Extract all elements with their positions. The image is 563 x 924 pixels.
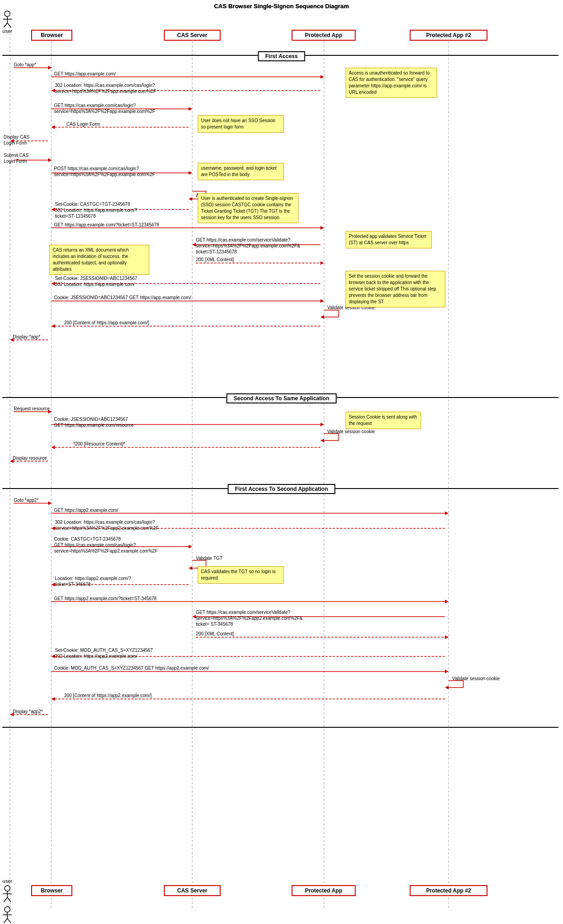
- svg-marker-29: [320, 226, 324, 230]
- svg-marker-49: [51, 446, 55, 449]
- section-second-access: Second Access To Same Application: [227, 393, 337, 403]
- svg-marker-40: [51, 324, 55, 328]
- note-sso-created: User is authenticated so create Single-s…: [198, 193, 298, 223]
- msg-302-redirect: 302 Location: https://cas.example.com/ca…: [55, 82, 156, 94]
- msg-submit-cas: Submit CASLogin Form: [4, 152, 28, 164]
- svg-marker-47: [320, 439, 324, 442]
- msg-goto-app2: Goto *app2*: [14, 498, 39, 503]
- msg-200-xml-app2: 200 [XML Content]: [196, 631, 234, 636]
- app2-box-bottom: Protected App #2: [410, 885, 487, 896]
- svg-marker-68: [445, 635, 449, 639]
- svg-line-87: [7, 897, 11, 902]
- msg-get-app2-ticket: GET https://app2.example.com/?ticket=ST-…: [54, 596, 157, 601]
- svg-marker-75: [51, 697, 55, 701]
- user-actor-bottom: user: [2, 878, 13, 903]
- section-first-access: First Access: [258, 51, 305, 61]
- svg-marker-60: [189, 566, 192, 570]
- svg-line-91: [4, 919, 7, 923]
- note-xml-response: CAS returns an XML document which includ…: [49, 245, 149, 275]
- page-title: CAS Browser Single-Signon Sequence Diagr…: [0, 3, 563, 10]
- note-session-cookie-sent: Session Cookie is sent along with the re…: [346, 412, 421, 429]
- msg-set-cookie-castgc: Set-Cookie: CASTGC=TGT-2345678302 Locati…: [55, 201, 137, 219]
- msg-get-app2: GET https://app2.example.com/: [54, 508, 118, 513]
- msg-display-app: Display *app*: [13, 334, 40, 339]
- msg-get-ticket: GET https://app.example.com/?ticket=ST-1…: [54, 222, 159, 227]
- svg-marker-64: [445, 600, 449, 603]
- browser-box-bottom: Browser: [31, 885, 72, 896]
- svg-point-83: [5, 886, 10, 891]
- user-figure-bottom: [2, 906, 13, 924]
- msg-validate-tgt: Validate TGT: [196, 556, 222, 561]
- svg-line-86: [4, 897, 7, 902]
- svg-marker-25: [189, 197, 192, 201]
- svg-marker-35: [51, 282, 55, 285]
- svg-marker-66: [192, 615, 196, 618]
- svg-marker-14: [51, 89, 55, 92]
- svg-marker-70: [51, 655, 55, 658]
- msg-location-app2: Location: https://app2.example.com/?tick…: [55, 575, 131, 587]
- msg-validate-session-2: Validate session cookie: [327, 429, 375, 434]
- svg-point-88: [5, 907, 10, 912]
- svg-marker-59: [189, 545, 192, 548]
- sequence-diagram: CAS Browser Single-Signon Sequence Diagr…: [0, 0, 563, 924]
- svg-line-82: [7, 23, 11, 27]
- msg-display-cas: Display CASLogin Form: [4, 134, 29, 146]
- svg-marker-62: [51, 583, 55, 586]
- svg-point-78: [5, 11, 10, 16]
- msg-200-content: 200 [Content of https://app.example.com/…: [64, 320, 149, 325]
- svg-line-81: [4, 23, 7, 27]
- msg-get-validate: GET https://cas.example.com/serviceValid…: [196, 237, 300, 255]
- msg-200-xml: 200 [XML Content]: [196, 257, 234, 262]
- note-no-sso: User does not have an SSO Session so pre…: [198, 115, 284, 133]
- msg-set-cookie-jsession: Set-Cookie: JSESSIONID=ABC1234567302 Loc…: [55, 275, 137, 287]
- svg-marker-10: [48, 66, 52, 70]
- svg-marker-53: [48, 501, 52, 505]
- user-label-bottom: user: [2, 878, 13, 884]
- svg-marker-12: [320, 75, 324, 79]
- note-unauthenticated: Access is unauthenticated so forward to …: [346, 68, 437, 98]
- note-set-session-forward: Set the session cookie and forward the b…: [346, 271, 445, 307]
- msg-cas-login-form: CAS Login Form: [66, 122, 100, 127]
- msg-get-cas: GET https://cas.example.com/cas/login?se…: [54, 102, 155, 114]
- msg-post-cas: POST https://cas.example.com/cas/login?s…: [54, 166, 155, 177]
- msg-cookie-resource: Cookie: JSESSIONID=ABC1234567GET https:/…: [54, 416, 134, 428]
- msg-display-app2: Display *app2*: [13, 709, 43, 714]
- app2-box-top: Protected App #2: [410, 30, 487, 41]
- msg-cookie-jsession-get: Cookie: JSESSIONID=ABC1234567 GET https:…: [54, 295, 191, 300]
- user-label-top: user: [2, 28, 13, 34]
- msg-200-resource: *200 [Resource Content]*: [73, 441, 125, 446]
- svg-line-92: [7, 919, 11, 923]
- note-post-body: username, password, and login ticket are…: [198, 163, 284, 180]
- svg-marker-27: [51, 208, 55, 211]
- msg-validate-session-app2: Validate session cookie: [452, 676, 500, 681]
- app1-box-bottom: Protected App: [292, 885, 356, 896]
- msg-200-content-app2: 200 [Content of https://app2.example.com…: [64, 693, 152, 698]
- app1-box-top: Protected App: [292, 30, 356, 41]
- msg-request-resource: Request resource: [14, 406, 50, 411]
- svg-marker-33: [320, 261, 324, 265]
- msg-display-resource: Display resource: [13, 456, 47, 461]
- svg-marker-72: [445, 670, 449, 673]
- svg-marker-46: [320, 423, 324, 426]
- svg-marker-55: [445, 511, 449, 515]
- note-validate-st: Protected app validates Service Ticket (…: [346, 231, 432, 248]
- msg-302-app2: 302 Location: https://cas.example.com/ca…: [55, 519, 159, 531]
- browser-box-top: Browser: [31, 30, 72, 41]
- msg-set-cookie-mod: Set-Cookie: MOD_AUTH_CAS_S=XYZ1234567302…: [55, 647, 153, 659]
- msg-cookie-mod-get: Cookie: MOD_AUTH_CAS_S=XYZ1234567 GET ht…: [54, 666, 209, 671]
- svg-marker-38: [320, 315, 324, 319]
- svg-marker-73: [445, 686, 449, 689]
- svg-marker-24: [189, 171, 192, 175]
- svg-marker-18: [51, 125, 55, 129]
- msg-goto-app: Goto *app*: [14, 62, 36, 67]
- svg-marker-37: [320, 299, 324, 303]
- svg-marker-16: [189, 107, 192, 111]
- msg-get-validate-app2: GET https://cas.example.com/serviceValid…: [196, 609, 303, 627]
- svg-marker-22: [48, 158, 52, 162]
- svg-marker-31: [192, 243, 196, 247]
- msg-get-app: GET https://app.example.com/: [54, 71, 116, 76]
- msg-cookie-castgc-app2: Cookie: CASTGC=TGT-2345678GET https://ca…: [54, 536, 158, 554]
- svg-marker-57: [51, 526, 55, 530]
- user-actor-top: user: [2, 10, 13, 34]
- cas-box-top: CAS Server: [164, 30, 221, 41]
